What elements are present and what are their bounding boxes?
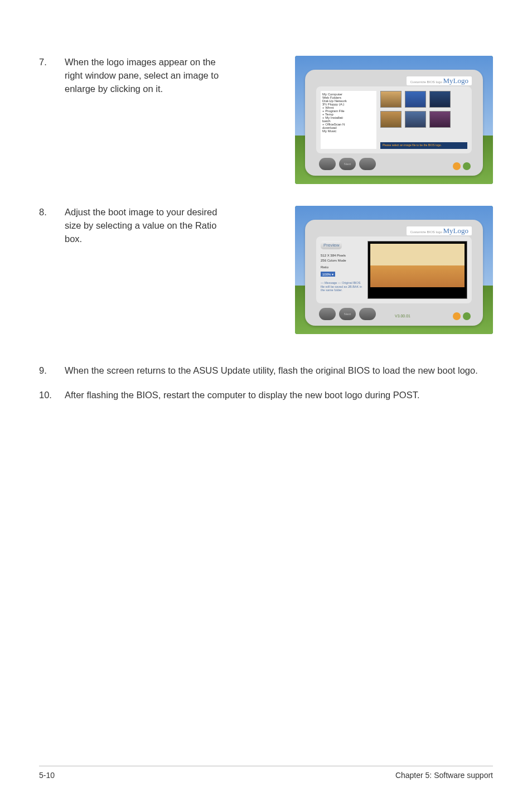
cancel-button[interactable] xyxy=(359,158,376,170)
folder-tree: My Computer Web Folders Dial-Up Network … xyxy=(321,91,376,149)
bios-message: — Message — Original BIOS file will be s… xyxy=(321,281,364,292)
next-button[interactable]: Next xyxy=(339,158,356,170)
step-text-10: After flashing the BIOS, restart the com… xyxy=(65,389,428,402)
logo-thumbnail[interactable] xyxy=(380,111,402,128)
logo-thumbnail[interactable] xyxy=(429,111,451,128)
pixel-dimensions: 512 X 384 Pixels xyxy=(321,254,364,257)
chapter-title: Chapter 5: Software support xyxy=(395,771,493,780)
help-icon[interactable] xyxy=(453,162,461,170)
version-label: V3.00.01 xyxy=(395,314,410,318)
mylogo-brand: MyLogo xyxy=(407,76,472,85)
logo-thumbnail[interactable] xyxy=(405,91,426,108)
color-mode: 256 Colors Mode xyxy=(321,259,364,262)
preview-button[interactable]: Preview xyxy=(321,241,342,249)
step-text-8: Adjust the boot image to your desired si… xyxy=(65,206,243,334)
help-icon[interactable] xyxy=(453,312,461,320)
step-text-9: When the screen returns to the ASUS Upda… xyxy=(65,364,486,378)
screenshot-ratio-adjust: MyLogo Preview 512 X 384 Pixels 256 Colo… xyxy=(295,206,493,334)
info-icon[interactable] xyxy=(463,162,471,170)
status-message: Please select an image file to be the BI… xyxy=(380,142,467,149)
step-number-10: 10. xyxy=(39,389,65,402)
logo-thumbnail[interactable] xyxy=(405,111,426,128)
step-number-7: 7. xyxy=(39,56,65,184)
ratio-dropdown[interactable]: 100% ▾ xyxy=(321,272,335,277)
next-button[interactable]: Next xyxy=(339,308,356,320)
back-button[interactable] xyxy=(319,158,336,170)
logo-thumbnail[interactable] xyxy=(429,91,451,108)
ratio-label: Ratio xyxy=(321,265,364,269)
mylogo-brand: MyLogo xyxy=(407,226,472,235)
image-thumbnail-grid xyxy=(380,91,467,128)
image-preview-pane xyxy=(367,241,467,299)
info-icon[interactable] xyxy=(463,312,471,320)
page-number: 5-10 xyxy=(39,771,55,780)
logo-thumbnail[interactable] xyxy=(380,91,402,108)
step-number-9: 9. xyxy=(39,364,65,378)
cancel-button[interactable] xyxy=(359,308,376,320)
back-button[interactable] xyxy=(319,308,336,320)
step-number-8: 8. xyxy=(39,206,65,334)
step-text-7: When the logo images appear on the right… xyxy=(65,56,243,184)
screenshot-image-selection: MyLogo My Computer Web Folders Dial-Up N… xyxy=(295,56,493,184)
